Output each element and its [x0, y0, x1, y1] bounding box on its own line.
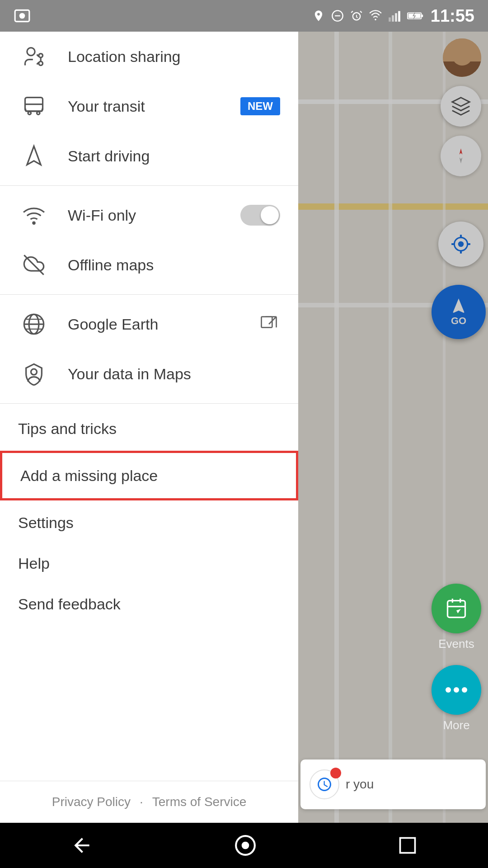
battery-icon	[407, 9, 424, 22]
map-content: GO Events More	[298, 32, 488, 823]
svg-rect-5	[448, 601, 465, 618]
divider-2	[0, 294, 298, 295]
notification-badge	[330, 768, 341, 778]
alarm-icon	[350, 9, 363, 22]
navigation-icon	[18, 140, 50, 172]
events-button[interactable]: Events	[432, 584, 481, 651]
back-button[interactable]	[70, 834, 93, 857]
svg-point-13	[28, 112, 31, 115]
svg-rect-29	[392, 15, 394, 22]
new-badge: NEW	[240, 97, 280, 115]
svg-rect-28	[389, 18, 391, 22]
person-share-icon	[18, 41, 50, 72]
send-feedback-label: Send feedback	[18, 595, 280, 613]
signal-icon	[388, 9, 401, 22]
tips-tricks-label: Tips and tricks	[18, 420, 280, 438]
svg-point-36	[242, 842, 249, 849]
toggle-knob	[261, 206, 279, 224]
svg-point-16	[33, 222, 35, 224]
recents-button[interactable]	[398, 835, 418, 855]
menu-panel: Location sharing Your transit NEW Start …	[0, 32, 298, 823]
status-bar: 11:55	[0, 0, 488, 32]
svg-point-6	[446, 687, 451, 693]
menu-item-add-missing-place[interactable]: Add a missing place	[0, 451, 298, 500]
svg-point-7	[454, 687, 459, 693]
menu-item-start-driving[interactable]: Start driving	[0, 131, 298, 181]
menu-item-settings[interactable]: Settings	[0, 502, 298, 543]
status-bar-right: 11:55	[312, 6, 474, 26]
location-sharing-label: Location sharing	[68, 48, 280, 66]
wifi-toggle[interactable]	[240, 205, 280, 226]
google-earth-icon	[18, 308, 50, 340]
status-bar-left	[14, 7, 31, 24]
menu-item-your-transit[interactable]: Your transit NEW	[0, 81, 298, 131]
terms-of-service-link[interactable]: Terms of Service	[152, 795, 247, 809]
home-button[interactable]	[234, 834, 257, 857]
menu-item-offline-maps[interactable]: Offline maps	[0, 240, 298, 290]
more-button[interactable]: More	[432, 665, 481, 732]
menu-item-wifi-only[interactable]: Wi-Fi only	[0, 190, 298, 240]
help-label: Help	[18, 555, 280, 572]
menu-item-help[interactable]: Help	[0, 543, 298, 584]
your-data-label: Your data in Maps	[68, 365, 280, 383]
screenshot-icon	[14, 7, 31, 24]
menu-item-tips-tricks[interactable]: Tips and tricks	[0, 408, 298, 449]
add-missing-place-label: Add a missing place	[20, 467, 278, 485]
svg-point-9	[27, 48, 35, 56]
divider-3	[0, 403, 298, 404]
offline-maps-label: Offline maps	[68, 256, 280, 274]
for-you-text: r you	[346, 777, 374, 792]
bottom-nav-bar	[0, 823, 488, 868]
events-label: Events	[432, 637, 481, 651]
wifi-status-icon	[369, 9, 382, 22]
menu-item-google-earth[interactable]: Google Earth	[0, 299, 298, 349]
start-driving-label: Start driving	[68, 147, 280, 165]
menu-item-send-feedback[interactable]: Send feedback	[0, 584, 298, 624]
wifi-icon	[18, 199, 50, 231]
privacy-policy-link[interactable]: Privacy Policy	[52, 795, 131, 809]
status-time: 11:55	[431, 6, 474, 26]
your-transit-label: Your transit	[68, 98, 231, 115]
divider-1	[0, 185, 298, 186]
for-you-card[interactable]: r you	[300, 760, 486, 809]
cloud-off-icon	[18, 249, 50, 281]
bus-icon	[18, 90, 50, 122]
more-label: More	[432, 718, 481, 732]
svg-point-11	[39, 61, 43, 66]
svg-point-10	[39, 54, 43, 58]
menu-item-your-data[interactable]: Your data in Maps	[0, 349, 298, 399]
google-earth-label: Google Earth	[68, 316, 258, 333]
menu-footer: Privacy Policy · Terms of Service	[0, 781, 298, 823]
wifi-only-label: Wi-Fi only	[68, 207, 240, 224]
svg-rect-37	[400, 838, 415, 853]
svg-point-14	[37, 112, 40, 115]
svg-point-8	[462, 687, 467, 693]
svg-point-23	[19, 13, 25, 19]
svg-point-27	[375, 19, 376, 20]
settings-label: Settings	[18, 514, 280, 532]
location-status-icon	[312, 9, 325, 22]
svg-marker-15	[27, 146, 41, 165]
shield-person-icon	[18, 358, 50, 390]
menu-item-location-sharing[interactable]: Location sharing	[0, 32, 298, 81]
external-link-icon	[258, 313, 280, 335]
footer-separator: ·	[140, 795, 143, 809]
svg-point-21	[31, 369, 37, 375]
svg-rect-31	[398, 11, 400, 22]
svg-rect-33	[421, 14, 423, 17]
dnd-icon	[331, 9, 344, 22]
svg-rect-30	[395, 13, 397, 22]
